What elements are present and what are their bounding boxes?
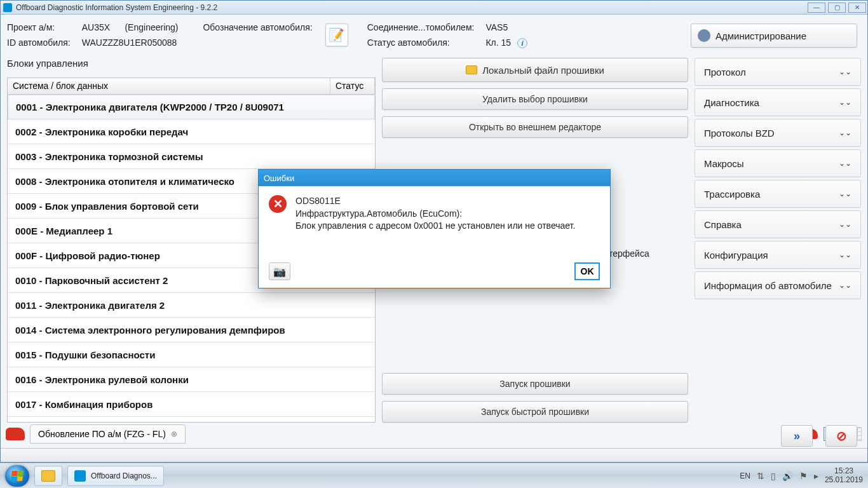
tab-label: Обновление ПО а/м (FZG - FL) <box>38 429 166 439</box>
statusbar <box>1 448 867 462</box>
acc-help[interactable]: Справка⌄⌄ <box>695 210 861 238</box>
tray-action-icon[interactable]: ⚑ <box>799 471 808 481</box>
tray-clock[interactable]: 15:23 25.01.2019 <box>825 467 863 484</box>
footer-tabbar: Обновление ПО а/м (FZG - FL) ⊗ ✖ <box>6 421 862 447</box>
tray-time: 15:23 <box>825 467 863 475</box>
car-icon[interactable] <box>6 428 25 440</box>
table-row[interactable]: 0016 - Электроника рулевой колонки <box>8 367 375 392</box>
table-row[interactable]: 0001 - Электроника двигателя (KWP2000 / … <box>8 95 375 119</box>
project-value: AU35X <box>82 22 110 32</box>
left-panel-title: Блоки управления <box>7 58 376 69</box>
footer-nav: » ⊘ <box>781 425 857 447</box>
chevron-down-icon: ⌄⌄ <box>839 128 851 137</box>
table-row[interactable]: 0002 - Электроника коробки передач <box>8 119 375 144</box>
admin-button[interactable]: Администрирование <box>691 24 857 48</box>
taskbar-explorer[interactable] <box>34 466 62 486</box>
app-icon <box>74 470 86 482</box>
system-tray: EN ⇅ ▯ 🔊 ⚑ ▸ 15:23 25.01.2019 <box>740 467 863 484</box>
local-firmware-label: Локальный файл прошивки <box>482 65 604 76</box>
acc-config[interactable]: Конфигурация⌄⌄ <box>695 241 861 269</box>
chevron-down-icon: ⌄⌄ <box>839 159 851 168</box>
tab-firmware-update[interactable]: Обновление ПО а/м (FZG - FL) ⊗ <box>30 424 186 444</box>
app-icon <box>3 3 12 12</box>
col-status-header[interactable]: Статус <box>330 78 375 94</box>
titlebar: Offboard Diagnostic Information System E… <box>1 1 867 15</box>
error-dialog: Ошибки ✕ ODS8011E Инфраструктура.Автомоб… <box>258 169 611 288</box>
chevron-down-icon: ⌄⌄ <box>839 67 851 76</box>
forward-button[interactable]: » <box>781 425 813 447</box>
edit-icon[interactable]: 📝 <box>325 24 348 46</box>
acc-trace[interactable]: Трассировка⌄⌄ <box>695 180 861 208</box>
gear-icon <box>698 29 710 42</box>
chevron-down-icon: ⌄⌄ <box>839 220 851 229</box>
tray-flag-icon[interactable]: ▸ <box>814 471 818 481</box>
cancel-button[interactable]: ⊘ <box>825 425 857 447</box>
acc-diagnostics[interactable]: Диагностика⌄⌄ <box>695 88 861 116</box>
acc-protocols-bzd[interactable]: Протоколы BZD⌄⌄ <box>695 119 861 147</box>
taskbar-app[interactable]: Offboard Diagnos... <box>67 466 164 486</box>
dialog-text: ODS8011E Инфраструктура.Автомобиль (EcuC… <box>295 195 575 233</box>
start-flash-button[interactable]: Запуск прошивки <box>382 373 688 395</box>
vehicle-status-label: Статус автомобиля: <box>367 37 475 48</box>
start-fast-flash-button[interactable]: Запуск быстрой прошивки <box>382 401 688 423</box>
error-icon: ✕ <box>269 195 287 213</box>
screenshot-button[interactable]: 📷 <box>269 262 290 280</box>
table-row[interactable]: 0017 - Комбинация приборов <box>8 392 375 417</box>
info-icon[interactable]: i <box>517 38 527 48</box>
chevron-down-icon: ⌄⌄ <box>839 189 851 198</box>
error-line2: Инфраструктура.Автомобиль (EcuCom): <box>295 208 575 220</box>
error-line3: Блок управления с адресом 0x0001 не уста… <box>295 220 575 233</box>
vehicle-id-label: ID автомобиля: <box>7 37 71 48</box>
table-row[interactable]: 0015 - Подушки безопасности <box>8 342 375 367</box>
taskbar-app-label: Offboard Diagnos... <box>91 471 157 480</box>
connection-value: VAS5 <box>485 22 527 32</box>
connection-label: Соединение...томобилем: <box>367 22 475 32</box>
window-controls: — ▢ ✕ <box>806 3 867 13</box>
close-button[interactable]: ✕ <box>848 3 866 13</box>
table-row[interactable]: 0003 - Электроника тормозной системы <box>8 144 375 169</box>
dialog-title: Ошибки <box>259 170 610 186</box>
right-accordion: Протокол⌄⌄ Диагностика⌄⌄ Протоколы BZD⌄⌄… <box>695 58 861 423</box>
maximize-button[interactable]: ▢ <box>828 3 846 13</box>
vehicle-id-value: WAUZZZ8U1ER050088 <box>82 37 313 48</box>
mode-value: (Engineering) <box>125 22 178 32</box>
info-header: Проект а/м: AU35X (Engineering) Обозначе… <box>1 15 867 55</box>
table-row[interactable]: 0011 - Электроника двигателя 2 <box>8 293 375 318</box>
start-button[interactable] <box>5 465 29 487</box>
error-code: ODS8011E <box>295 195 575 208</box>
delete-firmware-button[interactable]: Удалить выбор прошивки <box>382 88 688 110</box>
chevron-down-icon: ⌄⌄ <box>839 281 851 290</box>
acc-macros[interactable]: Макросы⌄⌄ <box>695 149 861 177</box>
tray-volume-icon[interactable]: 🔊 <box>782 471 793 481</box>
table-row[interactable]: 0014 - Система электронного регулировани… <box>8 318 375 342</box>
tray-battery-icon[interactable]: ▯ <box>771 471 776 481</box>
project-label: Проект а/м: <box>7 22 71 32</box>
explorer-icon <box>41 470 55 482</box>
vehicle-status-value: Кл. 15 <box>485 37 511 48</box>
col-system-header[interactable]: Система / блок данных <box>8 78 330 94</box>
folder-icon <box>466 65 477 74</box>
chevron-down-icon: ⌄⌄ <box>839 250 851 259</box>
open-external-button[interactable]: Открыть во внешнем редакторе <box>382 116 688 138</box>
tray-date: 25.01.2019 <box>825 476 863 484</box>
taskbar: Offboard Diagnos... EN ⇅ ▯ 🔊 ⚑ ▸ 15:23 2… <box>0 463 868 488</box>
acc-protocol[interactable]: Протокол⌄⌄ <box>695 58 861 86</box>
local-firmware-button[interactable]: Локальный файл прошивки <box>382 58 688 82</box>
tray-network-icon[interactable]: ⇅ <box>757 471 764 481</box>
ok-button[interactable]: OK <box>574 262 600 280</box>
designation-label: Обозначение автомобиля: <box>203 22 312 32</box>
admin-label: Администрирование <box>715 30 806 41</box>
windows-logo-icon <box>11 471 24 481</box>
chevron-down-icon: ⌄⌄ <box>839 98 851 107</box>
acc-vehicle-info[interactable]: Информация об автомобиле⌄⌄ <box>695 271 861 299</box>
tab-close-icon[interactable]: ⊗ <box>171 430 177 438</box>
tray-lang[interactable]: EN <box>740 471 750 480</box>
app-window: Offboard Diagnostic Information System E… <box>0 0 868 463</box>
window-title: Offboard Diagnostic Information System E… <box>16 3 217 12</box>
minimize-button[interactable]: — <box>808 3 825 13</box>
